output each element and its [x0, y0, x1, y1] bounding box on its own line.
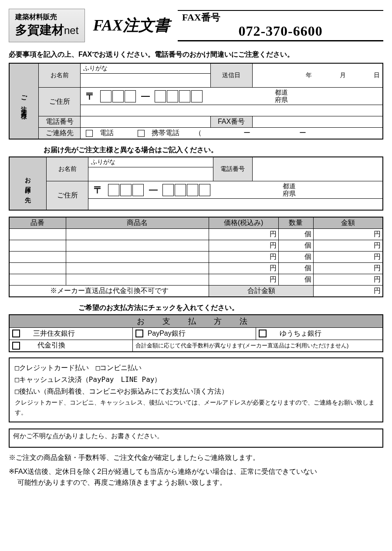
extra-line-1[interactable]: □クレジットカード払い □コンビニ払い [15, 362, 377, 374]
contact-label: ご連絡先 [39, 128, 81, 139]
table-row: 円個円 [9, 274, 383, 285]
total-label: 合計金額 [209, 285, 313, 297]
cod-detail-note: 合計金額に応じて代金手数料が異なります(メーカー直送品はご利用いただけません) [132, 340, 383, 352]
phone-checkbox[interactable] [86, 130, 93, 137]
pay-checkbox-2[interactable] [135, 330, 143, 337]
send-date-label: 送信日 [210, 63, 252, 88]
delivery-table: お届け先 お名前 ふりがな 電話番号 ご住所 〒 都道府県 [9, 156, 383, 211]
footer-note-1: ※ご注文の商品金額・手数料等、ご注文代金が確定しましたらご連絡致します。 [9, 452, 383, 463]
table-row: 円個円 [9, 251, 383, 262]
products-table: 品番 商品名 価格(税込み) 数量 金額 円個円 円個円 円個円 円個円 円個円… [9, 217, 383, 297]
phone-label: 電話番号 [39, 116, 81, 128]
phone-input[interactable] [81, 116, 211, 128]
delivery-section-label: お届け先 [9, 157, 47, 210]
form-title: FAX注文書 [93, 15, 170, 36]
payment-header: お 支 払 方 法 [9, 315, 383, 328]
pay-opt-4: 代金引換 [9, 340, 132, 352]
delivery-name-label: お名前 [47, 157, 88, 181]
pay-checkbox-1[interactable] [12, 330, 20, 337]
logo-box: 建築材料販売 多賀建材net [9, 9, 85, 42]
col-code: 品番 [9, 217, 66, 229]
date-field[interactable]: 年 月 日 [252, 63, 383, 88]
delivery-instruction: お届け先がご注文主様と異なる場合はご記入ください。 [44, 146, 383, 155]
header: 建築材料販売 多賀建材net FAX注文書 FAX番号 072-370-6600 [9, 9, 383, 42]
pay-opt-3: ゆうちょ銀行 [256, 327, 383, 340]
delivery-address-input[interactable] [88, 199, 383, 210]
table-row: 円個円 [9, 262, 383, 274]
main-instruction: 必要事項を記入の上、FAXでお送りください。電話番号のおかけ間違いにご注意くださ… [9, 50, 383, 59]
logo-name: 多賀建材net [15, 22, 78, 38]
fax-label: FAX番号 [182, 11, 379, 24]
free-text-box[interactable]: 何かご不明な点がありましたら、お書きください。 [9, 429, 383, 448]
address-input[interactable] [81, 105, 383, 116]
pay-opt-2: PayPay銀行 [132, 327, 256, 340]
name-label: お名前 [39, 63, 81, 88]
extra-line-2[interactable]: □キャッシュレス決済（PayPay LINE Pay） [15, 374, 377, 385]
contact-row: 電話 携帯電話 （ ー ー [81, 128, 383, 139]
table-row: 円個円 [9, 228, 383, 240]
postal-mark-icon: 〒 [86, 90, 95, 103]
orderer-section-label: ご注文者様 [9, 63, 39, 139]
mobile-checkbox[interactable] [138, 130, 145, 137]
cod-note: ※メーカー直送品は代金引換不可です [9, 285, 209, 297]
extra-note: クレジットカード、コンビニ、キャッシュレス、後払いについては、メールアドレスが必… [15, 398, 377, 418]
logo-tagline: 建築材料販売 [15, 13, 78, 22]
fax-field-label: FAX番号 [210, 116, 252, 128]
extra-line-3[interactable]: □後払い（商品到着後、コンビニやお振込みにてお支払い頂く方法） [15, 385, 377, 397]
fax-input[interactable] [252, 116, 383, 128]
fax-number-block: FAX番号 072-370-6600 [178, 10, 383, 41]
mobile-input[interactable]: （ ー ー [195, 129, 355, 138]
col-qty: 数量 [278, 217, 313, 229]
address-label: ご住所 [39, 88, 81, 116]
delivery-phone-input[interactable] [252, 157, 383, 181]
furigana-label: ふりがな [81, 63, 211, 74]
pay-checkbox-3[interactable] [259, 330, 267, 337]
postal-mark-icon: 〒 [94, 184, 103, 197]
footer-note-2: ※FAX送信後、定休日を除く2日が経過しても当店から連絡がない場合は、正常に受信… [9, 466, 383, 488]
col-name: 商品名 [66, 217, 209, 229]
table-row: 円個円 [9, 240, 383, 251]
delivery-name-input[interactable] [88, 167, 213, 181]
pay-opt-1: 三井住友銀行 [9, 327, 132, 340]
extra-payment-box: □クレジットカード払い □コンビニ払い □キャッシュレス決済（PayPay LI… [9, 357, 383, 422]
col-price: 価格(税込み) [209, 217, 278, 229]
total-amount: 円 [313, 285, 383, 297]
orderer-table: ご注文者様 お名前 ふりがな 送信日 年 月 日 ご住所 〒 都道府県 電話番号… [9, 63, 383, 139]
fax-number: 072-370-6600 [182, 23, 379, 39]
delivery-address-label: ご住所 [47, 181, 88, 210]
payment-instruction: ご希望のお支払方法にチェックを入れてください。 [78, 303, 383, 313]
delivery-furigana-label: ふりがな [88, 157, 213, 167]
name-input[interactable] [81, 74, 211, 88]
pay-checkbox-4[interactable] [12, 342, 20, 350]
delivery-postal-row[interactable]: 〒 都道府県 [88, 181, 383, 199]
col-amount: 金額 [313, 217, 383, 229]
payment-table: お 支 払 方 法 三井住友銀行 PayPay銀行 ゆうちょ銀行 代金引換 合計… [9, 314, 383, 353]
postal-row[interactable]: 〒 都道府県 [81, 88, 383, 105]
delivery-phone-label: 電話番号 [213, 157, 252, 181]
